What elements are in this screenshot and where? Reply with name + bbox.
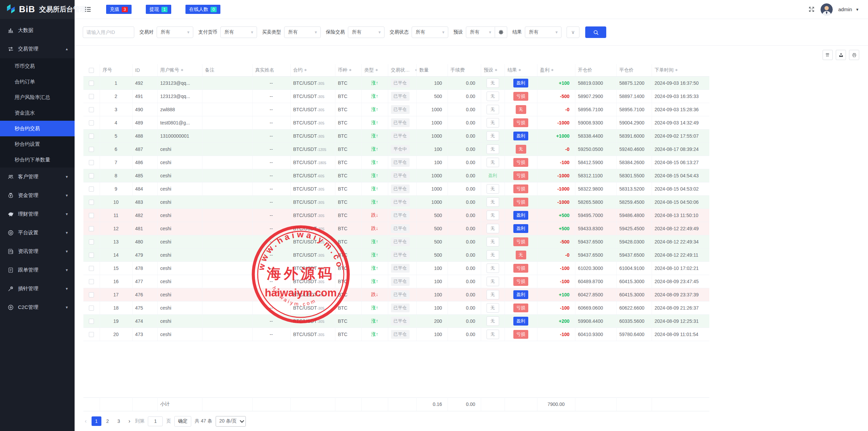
sidebar-item[interactable]: 秒合约下单数量 [0,152,75,168]
row-checkbox[interactable] [89,120,94,125]
sidebar-item[interactable]: 币币交易 [0,58,75,74]
filter-select[interactable]: 所有 ▼ [157,26,193,38]
row-checkbox[interactable] [89,306,94,311]
column-header[interactable]: 交易状态... [388,64,416,76]
fullscreen-icon[interactable] [808,6,815,13]
sort-icon[interactable] [349,67,352,73]
preset-value[interactable]: 无 [487,263,499,273]
sidebar-item[interactable]: 理财管理 ▼ [0,205,75,223]
column-header[interactable]: 下单时间 [652,64,709,76]
column-header[interactable]: 备注 [202,64,252,76]
sort-icon[interactable] [494,67,498,73]
sort-icon[interactable] [375,67,378,73]
export-icon[interactable] [836,50,846,60]
expand-filters-button[interactable]: ∨ [567,26,579,38]
page-number-button[interactable]: 1 [92,416,101,426]
prev-page-icon[interactable]: ‹ [83,418,88,425]
sidebar-item[interactable]: 插针管理 ▼ [0,279,75,298]
sort-icon[interactable] [518,67,521,73]
chevron-down-icon[interactable]: ▼ [855,7,859,12]
row-checkbox[interactable] [89,134,94,139]
column-header[interactable]: 结果 [505,64,537,76]
sort-icon[interactable] [551,67,554,73]
preset-value[interactable]: 无 [487,330,499,339]
preset-value[interactable]: 无 [487,144,499,154]
row-checkbox[interactable] [89,187,94,192]
preset-value[interactable]: 无 [487,184,499,194]
column-header[interactable]: 数量 [416,64,448,76]
sidebar-item[interactable]: 平台设置 ▼ [0,223,75,242]
sidebar-item[interactable]: 资讯管理 ▼ [0,242,75,261]
header-stat-button[interactable]: 提现 1 [146,5,171,14]
preset-value[interactable]: 无 [487,277,499,286]
print-icon[interactable] [849,50,859,60]
preset-value[interactable]: 无 [487,78,499,88]
preset-value[interactable]: 无 [487,105,499,114]
preset-value[interactable]: 无 [487,158,499,167]
sidebar-item[interactable]: 秒合约设置 [0,136,75,152]
row-checkbox[interactable] [89,332,94,337]
columns-toggle-icon[interactable] [823,50,833,60]
sidebar-item[interactable]: 大数据 [0,21,75,40]
filter-select[interactable]: 所有 ▼ [466,26,495,38]
column-header[interactable]: 手续费 [448,64,481,76]
preset-value[interactable]: 盈利 [488,173,497,178]
preset-value[interactable]: 无 [487,197,499,207]
sidebar-item[interactable]: 交易管理 ▲ [0,40,75,58]
page-number-button[interactable]: 2 [103,416,113,426]
filter-select[interactable]: 所有 ▼ [284,26,321,38]
column-header[interactable]: 用户账号 [157,64,202,76]
column-header[interactable]: 序号 [100,64,132,76]
sidebar-item[interactable]: 资金管理 ▼ [0,186,75,205]
preset-value[interactable]: 无 [487,250,499,260]
header-stat-button[interactable]: 充值 3 [106,5,132,14]
row-checkbox[interactable] [89,292,94,297]
row-checkbox[interactable] [89,147,94,152]
goto-page-input[interactable] [148,416,163,426]
page-number-button[interactable]: 3 [114,416,124,426]
row-checkbox[interactable] [89,81,94,86]
goto-confirm-button[interactable]: 确定 [174,416,191,427]
search-button[interactable] [585,26,606,38]
row-checkbox[interactable] [89,160,94,165]
sidebar-toggle-icon[interactable] [84,5,92,13]
user-id-input[interactable] [83,26,134,38]
column-header[interactable]: 平仓价 [616,64,652,76]
column-header[interactable]: 币种 [335,64,361,76]
preset-value[interactable]: 无 [487,131,499,141]
avatar[interactable] [821,3,833,16]
preset-value[interactable]: 无 [487,92,499,101]
row-checkbox[interactable] [89,200,94,205]
filter-select[interactable]: 所有 ▼ [412,26,448,38]
sort-icon[interactable] [304,67,307,73]
filter-select[interactable]: 所有 ▼ [220,26,257,38]
sidebar-item[interactable]: 秒合约交易 [0,121,75,136]
sort-icon[interactable] [415,67,416,73]
filter-select[interactable]: 所有 ▼ [348,26,384,38]
sidebar-item[interactable]: 跟单管理 ▼ [0,261,75,279]
select-all-checkbox[interactable] [89,68,94,73]
column-header[interactable]: ID [132,64,157,76]
sort-icon[interactable] [180,67,184,73]
column-header[interactable]: 真实姓名 [252,64,290,76]
row-checkbox[interactable] [89,279,94,284]
row-checkbox[interactable] [89,226,94,231]
filter-select[interactable]: 所有 ▼ [525,26,561,38]
next-page-icon[interactable]: › [127,418,132,425]
preset-value[interactable]: 无 [487,237,499,247]
sort-icon[interactable] [675,67,678,73]
column-header[interactable]: 类型 [361,64,388,76]
sidebar-item[interactable]: 资金流水 [0,105,75,121]
column-header[interactable]: 盈利 [537,64,575,76]
column-header[interactable]: 开仓价 [575,64,616,76]
gear-icon[interactable] [495,26,507,38]
header-stat-button[interactable]: 在线人数 0 [185,5,220,14]
sidebar-item[interactable]: C2C管理 ▼ [0,298,75,317]
column-header[interactable]: 预设 [481,64,505,76]
per-page-select[interactable]: 20 条/页 [216,416,246,427]
column-header[interactable]: 合约 [290,64,335,76]
sidebar-item[interactable]: 合约订单 [0,74,75,90]
row-checkbox[interactable] [89,266,94,271]
preset-value[interactable]: 无 [487,316,499,326]
user-menu[interactable]: admin [838,6,852,12]
